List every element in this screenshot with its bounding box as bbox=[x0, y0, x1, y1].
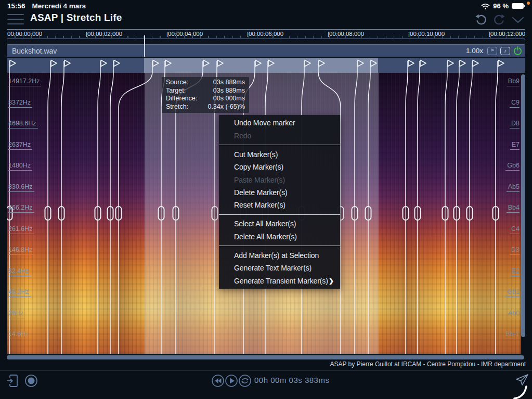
menu-item-label: Select All Marker(s) bbox=[234, 220, 296, 228]
freq-label: 261.6Hz bbox=[8, 225, 34, 234]
record-icon[interactable] bbox=[24, 374, 38, 390]
tooltip-row: Stretch:0.34x (-65)% bbox=[166, 103, 245, 111]
app-title: ASAP | Stretch Life bbox=[30, 12, 122, 23]
menu-item-label: Cut Marker(s) bbox=[234, 150, 278, 159]
ruler-label: |00:00:10:000 bbox=[408, 31, 445, 37]
import-file-icon[interactable] bbox=[6, 373, 20, 389]
ruler-label: |00:00:06:000 bbox=[247, 31, 283, 37]
microphone-indicator-dot bbox=[527, 2, 530, 5]
track-name: Buckshot.wav bbox=[12, 47, 57, 55]
menu-item-label: Generate Transient Marker(s) bbox=[234, 277, 328, 285]
time-display: 00h 00m 03s 383ms bbox=[254, 376, 329, 384]
loop-icon[interactable] bbox=[238, 374, 252, 390]
note-label: Gb6 bbox=[505, 161, 520, 171]
horizontal-scrollbar[interactable] bbox=[7, 355, 524, 359]
collapse-chevron-icon[interactable] bbox=[511, 15, 525, 25]
menu-item[interactable]: Cut Marker(s) bbox=[219, 148, 340, 161]
battery-icon bbox=[512, 3, 524, 9]
menu-item: Paste Marker(s) bbox=[219, 173, 340, 186]
marker-tooltip: Source:03s 889msTarget:03s 889msDifferen… bbox=[162, 77, 249, 113]
menu-item-label: Generate Text Marker(s) bbox=[234, 264, 312, 272]
playhead[interactable] bbox=[144, 35, 145, 57]
marker-strip[interactable] bbox=[7, 58, 525, 73]
zoom-range-strip[interactable] bbox=[7, 38, 525, 45]
undo-icon[interactable] bbox=[475, 14, 487, 26]
menu-divider bbox=[219, 145, 340, 145]
note-label: Bb-1 bbox=[504, 330, 520, 339]
corner-arc-decoration bbox=[512, 383, 528, 399]
footer: ASAP by Pierre Guillot at IRCAM - Centre… bbox=[0, 359, 532, 370]
vertical-scrollbar[interactable] bbox=[521, 74, 525, 337]
rewind-icon[interactable] bbox=[211, 374, 225, 390]
credit-text: ASAP by Pierre Guillot at IRCAM - Centre… bbox=[330, 361, 526, 368]
menu-item-label: Paste Marker(s) bbox=[234, 176, 285, 184]
freq-label: 1480Hz bbox=[8, 161, 32, 171]
context-menu: Undo Move markerRedoCut Marker(s)Copy Ma… bbox=[219, 115, 340, 289]
menu-item[interactable]: Delete All Marker(s) bbox=[219, 230, 340, 243]
menu-item[interactable]: Copy Marker(s) bbox=[219, 161, 340, 173]
menu-item[interactable]: Generate Transient Marker(s)❯ bbox=[219, 275, 340, 287]
menu-item-label: Copy Marker(s) bbox=[234, 163, 283, 171]
tooltip-label: Target: bbox=[166, 87, 186, 95]
tooltip-row: Difference:00s 000ms bbox=[166, 95, 245, 103]
tooltip-row: Target:03s 889ms bbox=[166, 87, 245, 95]
ruler-label: |00:00:04:000 bbox=[166, 31, 203, 37]
note-label: Gb1 bbox=[505, 288, 520, 297]
note-label: Ab5 bbox=[507, 183, 520, 192]
tooltip-row: Source:03s 889ms bbox=[166, 79, 245, 87]
freq-label: 146.8Hz bbox=[8, 246, 34, 255]
note-label: Bb4 bbox=[507, 203, 520, 213]
note-label: D8 bbox=[510, 119, 520, 128]
tooltip-label: Source: bbox=[166, 79, 188, 87]
tooltip-value: 03s 889ms bbox=[213, 87, 245, 95]
play-icon[interactable] bbox=[225, 374, 238, 390]
freq-label: 26Hz bbox=[8, 309, 25, 318]
menu-item[interactable]: Undo Move marker bbox=[219, 117, 340, 129]
status-bar: 15:56 Mercredi 4 mars 96 % bbox=[0, 0, 532, 11]
freq-label: 8372Hz bbox=[8, 98, 32, 108]
power-icon[interactable] bbox=[513, 46, 522, 55]
freq-label: 4698.6Hz bbox=[8, 119, 38, 128]
submenu-chevron-icon: ❯ bbox=[329, 277, 334, 285]
wifi-icon bbox=[481, 3, 490, 9]
note-label: C4 bbox=[510, 225, 520, 234]
menu-item-label: Delete Marker(s) bbox=[234, 188, 288, 197]
freq-label: 14.6Hz bbox=[8, 330, 31, 339]
ruler-label: 00:00:00:000 bbox=[7, 31, 42, 37]
menu-item[interactable]: Select All Marker(s) bbox=[219, 217, 340, 230]
freq-label: 14917.2Hz bbox=[8, 77, 41, 86]
freq-label: 2637Hz bbox=[8, 140, 32, 150]
date-label: Mercredi 4 mars bbox=[32, 2, 86, 10]
track-bar[interactable]: Buckshot.wav 1.00x ⚑ ♪ bbox=[7, 45, 525, 57]
menu-item[interactable]: Delete Marker(s) bbox=[219, 186, 340, 199]
app-screen: 15:56 Mercredi 4 mars 96 % ASAP | Stretc… bbox=[0, 0, 532, 399]
note-label: E7 bbox=[510, 140, 520, 150]
battery-percent: 96 % bbox=[493, 2, 509, 10]
menu-divider bbox=[219, 246, 340, 246]
redo-icon[interactable] bbox=[493, 14, 505, 26]
menu-item-label: Redo bbox=[234, 132, 251, 140]
note-label: Ab0 bbox=[507, 309, 520, 318]
menu-item[interactable]: Generate Text Marker(s) bbox=[219, 262, 340, 274]
playback-rate[interactable]: 1.00x bbox=[466, 47, 483, 55]
tooltip-label: Stretch: bbox=[166, 103, 188, 111]
menu-item[interactable]: Reset Marker(s) bbox=[219, 199, 340, 211]
note-label: C9 bbox=[510, 98, 520, 108]
tooltip-value: 0.34x (-65)% bbox=[207, 103, 245, 111]
music-note-icon[interactable]: ♪ bbox=[500, 47, 510, 55]
freq-label: 830.6Hz bbox=[8, 183, 34, 192]
menu-item-label: Add Marker(s) at Selection bbox=[234, 251, 319, 260]
tooltip-value: 03s 889ms bbox=[213, 79, 245, 87]
timeline-ruler[interactable]: 00:00:00:000|00:00:02:000|00:00:04:000|0… bbox=[7, 29, 525, 38]
menu-item-label: Delete All Marker(s) bbox=[234, 233, 297, 241]
clock: 15:56 bbox=[7, 2, 25, 10]
menu-item[interactable]: Add Marker(s) at Selection bbox=[219, 249, 340, 262]
note-label: D3 bbox=[510, 246, 520, 255]
marker-badge-icon[interactable]: ⚑ bbox=[487, 47, 497, 55]
menu-item-label: Reset Marker(s) bbox=[234, 201, 286, 209]
ruler-label: |00:00:08:000 bbox=[328, 31, 364, 37]
menu-hamburger-icon[interactable] bbox=[7, 14, 24, 24]
freq-label: 46.2Hz bbox=[8, 288, 31, 297]
menu-item: Redo bbox=[219, 129, 340, 141]
tooltip-value: 00s 000ms bbox=[213, 95, 245, 103]
